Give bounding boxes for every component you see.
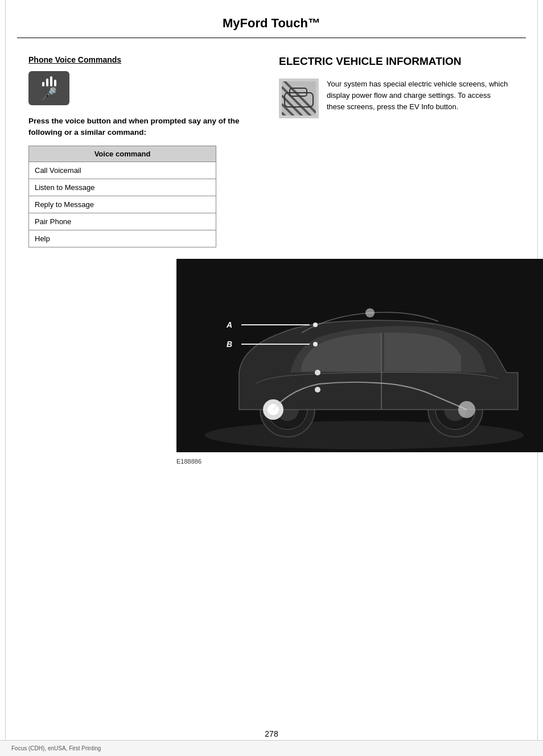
table-cell: Pair Phone xyxy=(29,213,216,230)
car-scene-svg xyxy=(176,259,543,452)
svg-point-20 xyxy=(365,308,375,317)
page-title: MyFord Touch™ xyxy=(223,16,320,30)
phone-commands-heading: Phone Voice Commands xyxy=(28,55,256,64)
wave-bar-1 xyxy=(42,82,44,86)
line-b xyxy=(241,344,310,345)
svg-point-21 xyxy=(315,370,320,375)
table-cell: Reply to Message xyxy=(29,196,216,213)
wave-bar-3 xyxy=(50,76,52,86)
dot-a xyxy=(313,323,318,327)
page-number: 278 xyxy=(265,729,278,738)
ev-description: Your system has special electric vehicle… xyxy=(327,79,509,113)
table-row: Pair Phone xyxy=(29,213,216,230)
ev-heading: ELECTRIC VEHICLE INFORMATION xyxy=(279,55,526,68)
marker-b: B xyxy=(227,340,318,349)
table-row: Call Voicemail xyxy=(29,162,216,179)
table-header: Voice command xyxy=(29,146,216,162)
image-wrapper: A B E188886 xyxy=(0,259,543,489)
svg-point-22 xyxy=(315,387,320,393)
label-b: B xyxy=(227,340,238,349)
image-container-wrapper: A B E188886 xyxy=(88,259,543,452)
car-image-container: A B xyxy=(176,259,543,452)
footer-bar: Focus (CDH), enUSA, First Printing xyxy=(0,740,543,756)
label-a: A xyxy=(227,320,238,329)
voice-waves xyxy=(42,76,56,86)
table-row: Reply to Message xyxy=(29,196,216,213)
ev-icon-svg xyxy=(282,81,316,115)
dot-b xyxy=(313,342,318,346)
line-a xyxy=(241,324,310,325)
marker-a: A xyxy=(227,320,318,329)
wave-bar-4 xyxy=(54,80,56,86)
content-area: Phone Voice Commands 🎤 Press the voice b… xyxy=(0,38,543,247)
microphone-icon: 🎤 xyxy=(42,88,57,101)
voice-icon-inner: 🎤 xyxy=(42,76,57,101)
instruction-text: Press the voice button and when prompted… xyxy=(28,115,250,138)
ev-icon xyxy=(279,79,319,118)
table-cell: Help xyxy=(29,230,216,247)
left-column: Phone Voice Commands 🎤 Press the voice b… xyxy=(28,55,256,247)
table-row: Listen to Message xyxy=(29,179,216,196)
voice-command-table: Voice command Call VoicemailListen to Me… xyxy=(28,146,216,247)
table-row: Help xyxy=(29,230,216,247)
page-footer: 278 xyxy=(0,729,543,739)
footer-text: Focus (CDH), enUSA, First Printing xyxy=(11,745,101,751)
image-caption: E188886 xyxy=(176,458,201,465)
table-cell: Listen to Message xyxy=(29,179,216,196)
voice-button-icon: 🎤 xyxy=(28,71,69,105)
page-header: MyFord Touch™ xyxy=(17,0,526,38)
ev-info-block: Your system has special electric vehicle… xyxy=(279,79,526,118)
table-cell: Call Voicemail xyxy=(29,162,216,179)
wave-bar-2 xyxy=(46,79,48,86)
right-column: ELECTRIC VEHICLE INFORMATION Your system… xyxy=(279,55,526,247)
